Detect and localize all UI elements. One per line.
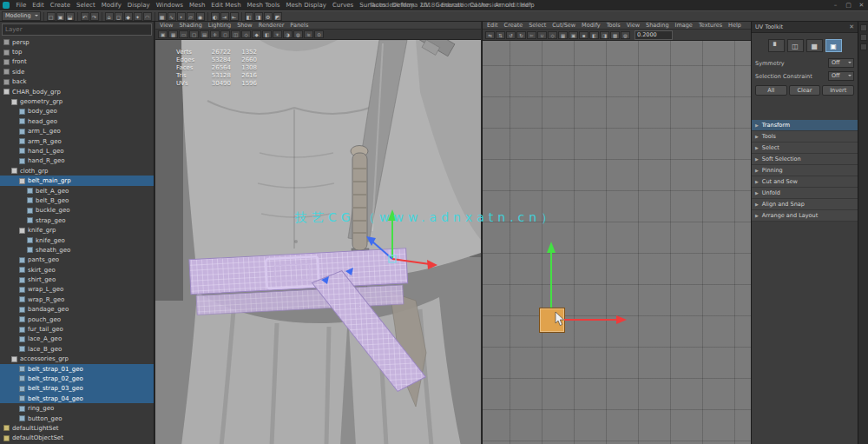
uv-menu-create[interactable]: Create (504, 22, 523, 29)
outliner-item[interactable]: belt_strap_01_geo (0, 364, 154, 374)
unfold-uv-icon[interactable]: ◇ (548, 31, 557, 39)
render-frame-icon[interactable]: ◧ (245, 12, 253, 21)
screen-ao-icon[interactable]: ◍ (293, 30, 303, 38)
outliner-item[interactable]: pants_geo (0, 255, 154, 265)
uv-mode-vertex-button[interactable]: ▘ (768, 39, 785, 52)
toolkit-section-transform[interactable]: ▶Transform (752, 120, 858, 131)
menu-windows[interactable]: Windows (153, 2, 186, 9)
uv-editor-canvas[interactable] (483, 41, 751, 444)
snap-curve-icon[interactable]: ∿ (168, 12, 176, 21)
isolate-select-icon[interactable]: ⊙ (314, 30, 324, 38)
output-connections-icon[interactable]: ⇤ (230, 12, 239, 21)
undo-icon[interactable]: ↶ (81, 12, 89, 21)
new-scene-icon[interactable]: ▢ (47, 12, 56, 21)
menu-edit[interactable]: Edit (30, 2, 48, 9)
close-button[interactable]: ✕ (855, 2, 868, 9)
safe-action-icon[interactable]: ◻ (220, 30, 230, 38)
snap-plane-icon[interactable]: ▱ (187, 12, 195, 21)
snap-point-icon[interactable]: • (177, 12, 186, 21)
uv-mode-edge-button[interactable]: ◫ (787, 39, 804, 52)
outliner-item[interactable]: fur_tail_geo (0, 324, 154, 334)
render-settings-icon[interactable]: ⚙ (264, 12, 273, 21)
outliner-item[interactable]: lace_B_geo (0, 344, 154, 354)
grid-toggle-icon[interactable]: ▦ (168, 30, 178, 38)
motion-blur-icon[interactable]: ≋ (304, 30, 313, 38)
outliner-item[interactable]: defaultLightSet (0, 423, 154, 433)
outliner-item[interactable]: defaultObjectSet (0, 434, 154, 443)
uv-menu-select[interactable]: Select (529, 22, 546, 29)
uv-shade-icon[interactable]: ◧ (589, 31, 599, 39)
outliner-item[interactable]: body_geo (0, 107, 154, 116)
outliner-item[interactable]: button_geo (0, 414, 154, 423)
gate-mask-icon[interactable]: ▤ (200, 30, 209, 38)
all-button[interactable]: All (755, 85, 787, 96)
viewport-menu-lighting[interactable]: Lighting (208, 22, 231, 29)
uv-distance-field[interactable] (635, 30, 673, 40)
toolkit-section-pinning[interactable]: ▶Pinning (752, 165, 858, 176)
outliner-item[interactable]: knife_grp (0, 225, 154, 235)
maximize-button[interactable]: ▢ (842, 2, 855, 9)
toolkit-option-dropdown[interactable]: Off (828, 58, 854, 68)
rotate-cw-icon[interactable]: ↻ (516, 31, 526, 39)
select-component-icon[interactable]: ◆ (124, 12, 133, 21)
outliner-search-input[interactable] (3, 26, 151, 33)
menu-display[interactable]: Display (124, 2, 153, 9)
sew-uv-icon[interactable]: ∪ (537, 31, 547, 39)
menu-mesh-display[interactable]: Mesh Display (283, 2, 329, 9)
minimize-button[interactable]: – (829, 2, 842, 9)
outliner-item[interactable]: belt_strap_03_geo (0, 384, 154, 394)
uv-menu-help[interactable]: Help (728, 22, 741, 29)
menu-curves[interactable]: Curves (329, 2, 356, 9)
outliner-item[interactable]: CHAR_body_grp (0, 87, 154, 96)
outliner-item[interactable]: cloth_grp (0, 166, 154, 176)
outliner-item[interactable]: top (0, 47, 154, 56)
outliner-item[interactable]: belt_strap_04_geo (0, 394, 154, 403)
outliner-item[interactable]: strap_geo (0, 215, 154, 225)
select-hierarchy-icon[interactable]: ⌂ (105, 12, 114, 21)
shaded-mode-icon[interactable]: ◆ (252, 30, 261, 38)
menu-modify[interactable]: Modify (98, 2, 124, 9)
invert-button[interactable]: Invert (822, 85, 854, 96)
outliner-item[interactable]: persp (0, 37, 154, 47)
outliner-item[interactable]: belt_strap_02_geo (0, 374, 154, 383)
menu-file[interactable]: File (13, 2, 30, 9)
outliner-item[interactable]: front (0, 57, 154, 67)
film-gate-icon[interactable]: ▭ (179, 30, 188, 38)
uv-menu-shading[interactable]: Shading (646, 22, 668, 29)
outliner-item[interactable]: buckle_geo (0, 206, 154, 215)
outliner-item[interactable]: ring_geo (0, 403, 154, 413)
outliner-item[interactable]: back (0, 77, 154, 87)
outliner-item[interactable]: knife_geo (0, 235, 154, 245)
snap-view-icon[interactable]: ◉ (196, 12, 205, 21)
toolkit-option-dropdown[interactable]: Off (828, 71, 854, 81)
select-object-icon[interactable]: ◻ (115, 12, 123, 21)
make-live-icon[interactable]: ◐ (211, 12, 220, 21)
outliner-item[interactable]: hand_L_geo (0, 146, 154, 156)
viewport-menu-view[interactable]: View (160, 22, 173, 29)
channel-box-icon[interactable] (860, 43, 867, 50)
layout-uv-icon[interactable]: ▦ (558, 31, 568, 39)
close-icon[interactable]: ✕ (849, 23, 854, 30)
toolkit-section-select[interactable]: ▶Select (752, 142, 858, 154)
uv-menu-tools[interactable]: Tools (607, 22, 621, 29)
outliner-item[interactable]: arm_L_geo (0, 127, 154, 136)
select-highlight-icon[interactable]: ✦ (134, 12, 142, 21)
outliner-item[interactable]: shirt_geo (0, 275, 154, 284)
viewport-menu-renderer[interactable]: Renderer (259, 22, 285, 29)
viewport-menu-show[interactable]: Show (237, 22, 253, 29)
toolkit-section-arrange-and-layout[interactable]: ▶Arrange and Layout (752, 210, 858, 222)
outliner-item[interactable]: pouch_geo (0, 315, 154, 324)
outliner-item[interactable]: wrap_R_geo (0, 295, 154, 304)
uv-mode-face-button[interactable]: ■ (806, 39, 823, 52)
resolution-gate-icon[interactable]: ▢ (189, 30, 199, 38)
textured-mode-icon[interactable]: ◧ (262, 30, 272, 38)
cut-uv-icon[interactable]: ✂ (527, 31, 536, 39)
toolkit-section-tools[interactable]: ▶Tools (752, 131, 858, 142)
select-lasso-icon[interactable]: ◠ (143, 12, 152, 21)
outliner-item[interactable]: belt_main_grp (0, 176, 154, 185)
toolkit-section-unfold[interactable]: ▶Unfold (752, 188, 858, 199)
outliner-item[interactable]: lace_A_geo (0, 335, 154, 344)
outliner-item[interactable]: wrap_L_geo (0, 285, 154, 295)
viewport-menu-panels[interactable]: Panels (290, 22, 308, 29)
menu-edit-mesh[interactable]: Edit Mesh (208, 2, 244, 9)
